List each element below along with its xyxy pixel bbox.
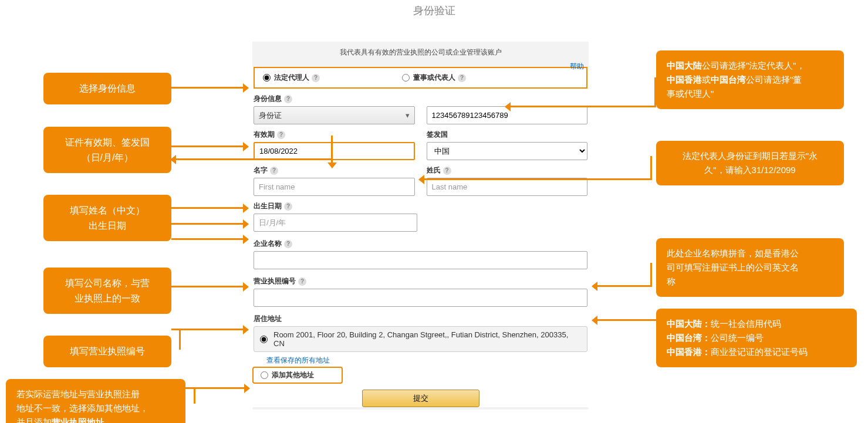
help-icon[interactable]: ? [284,240,292,248]
help-icon[interactable]: ? [312,74,320,82]
company-label: 企业名称? [254,239,587,249]
help-icon[interactable]: ? [443,167,451,175]
arrow-icon [593,285,652,287]
radio-legal-rep-input[interactable] [263,74,271,82]
doc-type-select[interactable]: 身份证 ▾ [254,106,415,124]
callout-r1: 中国大陆公司请选择"法定代表人"， 中国香港或中国台湾公司请选择"董 事或代理人… [656,50,844,109]
license-no-input[interactable] [254,289,587,307]
arrow-icon [593,319,656,321]
person-type-group: 法定代理人? 董事或代表人? [254,67,587,89]
dob-label: 出生日期? [254,201,417,211]
arrow-icon [654,77,656,107]
callout-l4: 填写公司名称，与营业执照上的一致 [43,268,171,314]
submit-button[interactable]: 提交 [362,390,479,407]
form-panel: 帮助 我代表具有有效的营业执照的公司或企业管理该账户 法定代理人? 董事或代表人… [252,42,589,410]
radio-director-label: 董事或代表人 [413,73,455,83]
arrow-icon [171,223,248,225]
arrow-icon [171,207,248,209]
dob-input[interactable] [254,214,417,232]
arrow-icon [179,329,181,350]
expiry-input[interactable] [254,142,415,160]
saved-address-radio[interactable] [260,336,268,343]
address-label: 居住地址 [254,314,587,324]
help-link[interactable]: 帮助 [570,62,584,72]
callout-r4: 中国大陆：统一社会信用代码 中国台湾：公司统一编号 中国香港：商业登记证的登记证… [656,309,857,367]
help-icon[interactable]: ? [284,95,292,103]
last-name-label: 姓氏? [427,165,588,175]
callout-l2: 证件有效期、签发国（日/月/年） [43,127,171,173]
arrow-icon [171,87,248,89]
license-no-label: 营业执照编号? [254,276,587,286]
doc-type-value: 身份证 [259,110,282,121]
arrow-icon [650,156,652,180]
radio-legal-rep[interactable]: 法定代理人? [263,73,320,83]
arrow-icon [331,158,333,167]
saved-address-option[interactable]: Room 2001, Floor 20, Building 2, Changan… [254,326,587,352]
arrow-icon [650,263,652,286]
identity-label: 身份信息? [254,94,587,104]
callout-l3: 填写姓名（中文）出生日期 [43,195,171,241]
arrow-icon [171,329,248,330]
arrow-icon [171,158,333,160]
arrow-icon [420,178,652,180]
add-address-option[interactable]: 添加其他地址 [254,368,342,383]
issue-country-label: 签发国 [427,130,588,140]
help-icon[interactable]: ? [298,278,306,286]
callout-l5: 填写营业执照编号 [43,336,171,367]
expiry-label: 有效期? [254,130,415,140]
arrow-icon [194,387,195,404]
help-icon[interactable]: ? [284,202,292,211]
callout-r3: 此处企业名称填拼音，如是香港公司可填写注册证书上的公司英文名称 [656,238,844,297]
issue-country-select[interactable]: 中国 [427,142,588,160]
help-icon[interactable]: ? [458,74,466,82]
help-icon[interactable]: ? [270,167,278,175]
add-address-radio[interactable] [261,371,268,379]
view-all-addresses-link[interactable]: 查看保存的所有地址 [266,356,330,366]
add-address-label: 添加其他地址 [272,370,314,380]
callout-r2: 法定代表人身份证到期日若显示"永久"，请输入31/12/2099 [656,141,844,185]
chevron-down-icon: ▾ [406,111,410,120]
arrow-icon [171,286,248,287]
help-icon[interactable]: ? [277,131,285,139]
radio-legal-rep-label: 法定代理人 [274,73,309,83]
saved-address-text: Room 2001, Floor 20, Building 2, Changan… [273,330,581,348]
form-subtitle: 我代表具有有效的营业执照的公司或企业管理该账户 [252,42,589,67]
arrow-icon [506,106,656,107]
arrow-icon [331,136,333,160]
callout-l6: 若实际运营地址与营业执照注册 地址不一致，选择添加其他地址， 并且添加营业执照地… [6,379,185,423]
company-input[interactable] [254,251,587,269]
radio-director[interactable]: 董事或代表人? [402,73,466,83]
page-title: 身份验证 [0,0,868,21]
arrow-icon [171,238,248,240]
radio-director-input[interactable] [402,74,410,82]
first-name-input[interactable] [254,178,415,196]
callout-l1: 选择身份信息 [43,73,171,104]
arrow-icon [171,145,248,147]
last-name-input[interactable] [427,178,588,196]
